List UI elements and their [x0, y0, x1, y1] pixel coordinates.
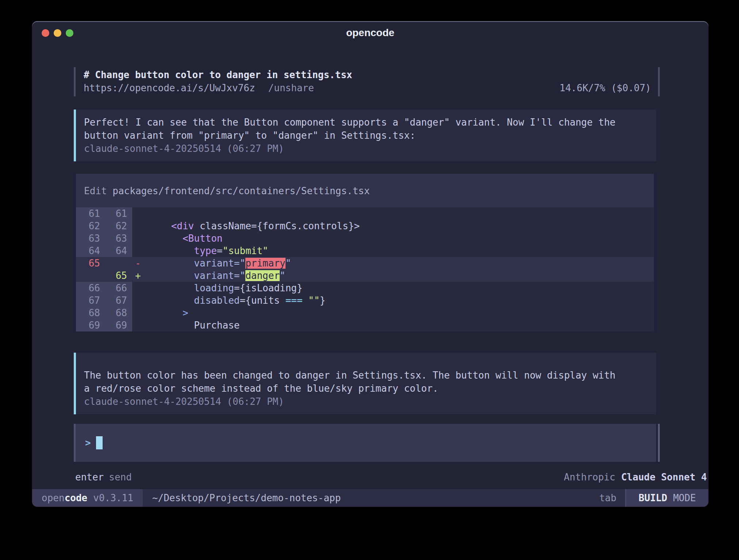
diff-row: 6666 loading={isLoading} — [76, 282, 654, 294]
minimize-button[interactable] — [54, 29, 61, 37]
traffic-lights — [42, 21, 73, 45]
code-token: <Button — [183, 233, 223, 244]
working-directory: ~/Desktop/Projects/demo-notes-app — [152, 492, 341, 503]
diff-change-marker — [132, 220, 148, 232]
diff-row: 6161 — [76, 207, 654, 220]
diff-new-lineno: 66 — [105, 282, 132, 294]
diff-row: 6363 <Button — [76, 232, 654, 245]
code-token: > — [183, 307, 188, 318]
code-token: " — [286, 258, 291, 269]
diff-old-lineno: 66 — [76, 282, 105, 294]
diff-row: 6969 Purchase — [76, 319, 654, 331]
diff-old-lineno: 64 — [76, 245, 105, 257]
unshare-command[interactable]: /unshare — [268, 82, 314, 94]
model-name: Claude Sonnet 4 — [621, 471, 707, 484]
assistant-message: The button color has been changed to dan… — [74, 353, 656, 414]
code-token: =" — [234, 270, 245, 281]
diff-row: 6262 <div className={formCs.controls}> — [76, 220, 654, 232]
session-title: # Change button color to danger in setti… — [84, 69, 656, 81]
diff-code-line — [148, 207, 654, 220]
assistant-message-meta: claude-sonnet-4-20250514 (06:27 PM) — [84, 395, 645, 408]
code-token: ={isLoading} — [234, 283, 303, 294]
enter-key-hint: enter — [75, 471, 104, 484]
mode-secondary-label: MODE — [673, 492, 696, 503]
code-token: disabled — [194, 295, 240, 306]
code-token — [303, 295, 309, 306]
diff-row: 65- variant="primary" — [76, 257, 654, 269]
diff-code-line: disabled={units === ""} — [148, 294, 654, 307]
code-token: " — [280, 270, 286, 281]
diff-code-line: loading={isLoading} — [148, 282, 654, 294]
diff-new-lineno: 69 — [105, 319, 132, 331]
window-titlebar[interactable]: opencode — [32, 21, 708, 45]
diff-change-marker: - — [132, 257, 148, 269]
diff-change-marker — [132, 232, 148, 245]
window-title: opencode — [346, 27, 394, 39]
status-bar: opencode v0.3.11 ~/Desktop/Projects/demo… — [32, 489, 708, 507]
edit-tool-card: Edit packages/frontend/src/containers/Se… — [74, 174, 656, 331]
code-token — [148, 270, 194, 281]
session-header: # Change button color to danger in setti… — [74, 67, 656, 96]
code-token — [148, 295, 194, 306]
diff-code-line: <Button — [148, 232, 654, 245]
code-token: } — [320, 295, 326, 306]
share-url-link[interactable]: https://opencode.ai/s/UwJxv76z — [84, 82, 255, 94]
diff-code-line: type="submit" — [148, 245, 654, 257]
diff-new-lineno: 64 — [105, 245, 132, 257]
diff-old-lineno: 63 — [76, 232, 105, 245]
code-token — [148, 220, 171, 231]
text-cursor — [96, 436, 103, 449]
code-token: primary — [245, 258, 286, 269]
app-name-normal: open — [42, 492, 65, 503]
send-action-hint: send — [109, 471, 132, 484]
diff-new-lineno: 68 — [105, 307, 132, 319]
diff-change-marker — [132, 307, 148, 319]
diff-code-line: Purchase — [148, 319, 654, 331]
code-token: "submit" — [223, 245, 268, 256]
diff-change-marker — [132, 207, 148, 220]
session-subline: https://opencode.ai/s/UwJxv76z /unshare … — [84, 82, 656, 94]
diff-new-lineno: 67 — [105, 294, 132, 307]
diff-new-lineno: 61 — [105, 207, 132, 220]
diff-code-line: > — [148, 307, 654, 319]
code-token: type — [194, 245, 217, 256]
code-token: variant — [194, 258, 234, 269]
diff-new-lineno: 63 — [105, 232, 132, 245]
diff-row: 6767 disabled={units === ""} — [76, 294, 654, 307]
diff-new-lineno: 65 — [105, 269, 132, 282]
diff-old-lineno: 67 — [76, 294, 105, 307]
context-usage-stats: 14.6K/7% ($0.07) — [560, 82, 656, 94]
diff-code-line: variant="danger" — [148, 269, 654, 282]
tool-name: Edit — [84, 185, 107, 196]
input-hint-row: enter send Anthropic Claude Sonnet 4 — [74, 471, 708, 484]
diff-row: 6868 > — [76, 307, 654, 319]
diff-change-marker — [132, 245, 148, 257]
tab-key-hint[interactable]: tab — [599, 492, 616, 503]
opencode-window: opencode # Change button color to danger… — [32, 21, 708, 507]
close-button[interactable] — [42, 29, 49, 37]
code-token: <div — [171, 220, 194, 231]
diff-code-line: <div className={formCs.controls}> — [148, 220, 654, 232]
diff-old-lineno: 62 — [76, 220, 105, 232]
diff-change-marker — [132, 282, 148, 294]
diff-change-marker: + — [132, 269, 148, 282]
prompt-input-wrap: > — [74, 424, 656, 462]
diff-change-marker — [132, 319, 148, 331]
prompt-chevron: > — [85, 437, 91, 448]
mode-indicator[interactable]: BUILD MODE — [626, 489, 708, 507]
edit-tool-header: Edit packages/frontend/src/containers/Se… — [76, 174, 654, 207]
assistant-message-meta: claude-sonnet-4-20250514 (06:27 PM) — [84, 142, 645, 155]
code-token: = — [217, 245, 223, 256]
diff-old-lineno — [76, 269, 105, 282]
app-name-bold: code — [65, 492, 88, 503]
code-token: danger — [245, 270, 280, 281]
zoom-button[interactable] — [66, 29, 73, 37]
code-token: === — [286, 295, 303, 306]
diff-change-marker — [132, 294, 148, 307]
diff-new-lineno — [105, 257, 132, 269]
conversation-scroll-area[interactable]: # Change button color to danger in setti… — [32, 45, 708, 489]
code-token: loading — [194, 283, 234, 294]
diff-old-lineno: 69 — [76, 319, 105, 331]
prompt-input[interactable]: > — [74, 424, 656, 462]
code-token: variant — [194, 270, 234, 281]
